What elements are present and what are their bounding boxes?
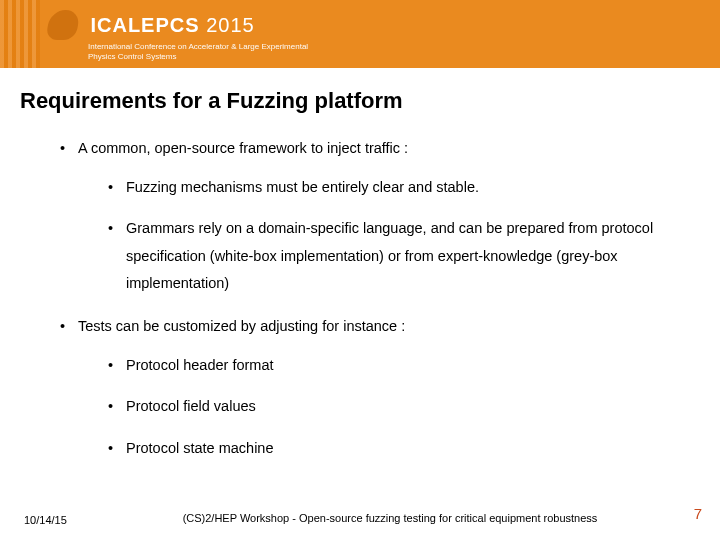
kangaroo-icon (45, 10, 80, 40)
list-item: Tests can be customized by adjusting for… (60, 316, 690, 462)
list-item: Protocol state machine (108, 435, 690, 463)
footer-date: 10/14/15 (24, 514, 67, 526)
slide-title: Requirements for a Fuzzing platform (20, 88, 720, 114)
list-item: Grammars rely on a domain-specific langu… (108, 215, 690, 298)
conference-name: ICALEPCS 2015 (90, 14, 254, 37)
slide-footer: 10/14/15 (CS)2/HEP Workshop - Open-sourc… (0, 496, 720, 526)
nested-list: Protocol header format Protocol field va… (108, 352, 690, 463)
footer-workshop-title: (CS)2/HEP Workshop - Open-source fuzzing… (140, 512, 640, 526)
list-item: Fuzzing mechanisms must be entirely clea… (108, 174, 690, 202)
conf-year: 2015 (206, 14, 255, 36)
bullet-text: A common, open-source framework to injec… (78, 140, 408, 156)
conf-name-text: ICALEPCS (90, 14, 199, 36)
nested-list: Fuzzing mechanisms must be entirely clea… (108, 174, 690, 298)
page-number: 7 (694, 505, 702, 522)
bullet-list: A common, open-source framework to injec… (60, 138, 690, 462)
bullet-text: Tests can be customized by adjusting for… (78, 318, 405, 334)
conference-banner: ICALEPCS 2015 International Conference o… (0, 0, 720, 68)
list-item: Protocol field values (108, 393, 690, 421)
list-item: A common, open-source framework to injec… (60, 138, 690, 298)
conference-subtitle: International Conference on Accelerator … (88, 42, 328, 61)
list-item: Protocol header format (108, 352, 690, 380)
banner-content: ICALEPCS 2015 International Conference o… (48, 10, 328, 61)
